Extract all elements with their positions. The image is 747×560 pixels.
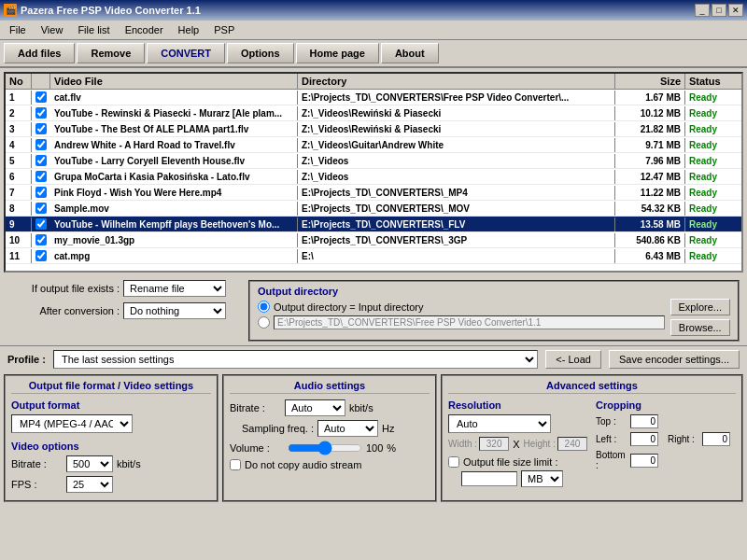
resolution-col: Resolution Auto Width : X Height : Outpu… — [448, 399, 588, 491]
convert-button[interactable]: CONVERT — [147, 43, 225, 63]
table-row[interactable]: 4 Andrew White - A Hard Road to Travel.f… — [6, 137, 741, 153]
table-row[interactable]: 11 cat.mpg E:\ 6.43 MB Ready — [6, 248, 741, 264]
table-row[interactable]: 6 Grupa MoCarta i Kasia Pakosińska - Lat… — [6, 169, 741, 185]
row-check[interactable] — [32, 91, 50, 103]
table-row[interactable]: 10 my_movie_01.3gp E:\Projects_TD\_CONVE… — [6, 232, 741, 248]
titlebar: 🎬 Pazera Free PSP Video Converter 1.1 _ … — [0, 0, 747, 21]
left-field: Left : — [596, 432, 664, 446]
audio-panel-title: Audio settings — [230, 380, 430, 394]
top-input[interactable] — [630, 414, 658, 428]
row-name: YouTube - Wilhelm Kempff plays Beethoven… — [50, 217, 298, 231]
row-check[interactable] — [32, 234, 50, 245]
remove-button[interactable]: Remove — [77, 43, 145, 63]
table-row[interactable]: 8 Sample.mov E:\Projects_TD\_CONVERTERS\… — [6, 201, 741, 217]
fps-select[interactable]: 25 — [66, 476, 113, 493]
table-row[interactable]: 1 cat.flv E:\Projects_TD\_CONVERTERS\Fre… — [6, 90, 741, 105]
left-input[interactable] — [630, 432, 658, 446]
bitrate-select[interactable]: 500 — [66, 455, 113, 472]
maximize-button[interactable]: □ — [712, 4, 726, 17]
col-header-name: Video File — [50, 74, 298, 89]
top-label: Top : — [596, 416, 628, 427]
output-format-select[interactable]: MP4 (MPEG-4 / AAC) — [11, 414, 133, 433]
row-check[interactable] — [32, 203, 50, 214]
video-panel-title: Output file format / Video settings — [11, 380, 211, 394]
options-button[interactable]: Options — [227, 43, 294, 63]
row-check[interactable] — [32, 250, 50, 261]
about-button[interactable]: About — [381, 43, 439, 63]
radio-input-dir-input[interactable] — [258, 301, 270, 313]
add-files-button[interactable]: Add files — [4, 43, 75, 63]
row-check[interactable] — [32, 187, 50, 198]
row-dir: Z:\_Videos\Rewiński & Piasecki — [298, 106, 615, 120]
mb-select[interactable]: MB — [521, 470, 563, 487]
radio-input-dir[interactable]: Output directory = Input directory — [258, 301, 665, 313]
menu-file[interactable]: File — [4, 22, 32, 37]
width-input[interactable] — [479, 437, 509, 451]
menu-view[interactable]: View — [35, 22, 69, 37]
menu-psp[interactable]: PSP — [208, 22, 240, 37]
file-limit-checkbox[interactable] — [448, 456, 459, 468]
profile-select[interactable]: The last session settings — [53, 350, 538, 369]
profile-label: Profile : — [7, 354, 46, 365]
table-row[interactable]: 5 YouTube - Larry Coryell Eleventh House… — [6, 153, 741, 169]
table-row[interactable]: 3 YouTube - The Best Of ALE PLAMA part1.… — [6, 121, 741, 137]
row-status: Ready — [685, 154, 741, 168]
save-settings-button[interactable]: Save encoder settings... — [609, 350, 740, 369]
menu-help[interactable]: Help — [173, 22, 205, 37]
radio-custom-dir[interactable] — [258, 315, 665, 329]
row-size: 13.58 MB — [615, 217, 685, 231]
row-check[interactable] — [32, 107, 50, 119]
browse-button[interactable]: Browse... — [670, 319, 730, 336]
height-input[interactable] — [557, 437, 587, 451]
menu-encoder[interactable]: Encoder — [120, 22, 169, 37]
no-audio-label: Do not copy audio stream — [245, 459, 361, 470]
row-check[interactable] — [32, 155, 50, 166]
audio-panel: Audio settings Bitrate : Auto kbit/s Sam… — [222, 374, 437, 502]
volume-slider[interactable] — [288, 441, 362, 455]
menu-filelist[interactable]: File list — [72, 22, 115, 37]
minimize-button[interactable]: _ — [695, 4, 710, 17]
row-dir: Z:\_Videos — [298, 154, 615, 168]
output-exists-select[interactable]: Rename file Overwrite Skip — [123, 280, 226, 297]
load-button[interactable]: <- Load — [545, 350, 601, 369]
table-row[interactable]: 9 YouTube - Wilhelm Kempff plays Beethov… — [6, 217, 741, 232]
no-audio-checkbox[interactable] — [230, 459, 241, 470]
homepage-button[interactable]: Home page — [296, 43, 379, 63]
row-name: YouTube - Rewinski & Piasecki - Murarz [… — [50, 106, 298, 120]
audio-bitrate-select[interactable]: Auto — [285, 399, 345, 416]
row-no: 10 — [6, 233, 32, 247]
resolution-select[interactable]: Auto — [448, 414, 551, 433]
row-no: 5 — [6, 154, 32, 168]
col-header-size: Size — [615, 74, 685, 89]
after-conversion-select[interactable]: Do nothing Open output folder Shutdown P… — [123, 302, 226, 319]
explore-button[interactable]: Explore... — [670, 299, 730, 315]
row-check[interactable] — [32, 218, 50, 230]
radio-custom-dir-input[interactable] — [258, 316, 270, 329]
menubar: File View File list Encoder Help PSP — [0, 21, 747, 40]
table-row[interactable]: 2 YouTube - Rewinski & Piasecki - Murarz… — [6, 105, 741, 121]
row-check[interactable] — [32, 139, 50, 150]
right-input[interactable] — [702, 432, 730, 446]
row-dir: E:\Projects_TD\_CONVERTERS\_3GP — [298, 233, 615, 247]
close-button[interactable]: ✕ — [728, 4, 743, 17]
row-no: 8 — [6, 202, 32, 216]
bottom-input[interactable] — [630, 454, 658, 468]
row-size: 11.22 MB — [615, 186, 685, 200]
sampling-select[interactable]: Auto — [317, 420, 378, 437]
row-size: 10.12 MB — [615, 106, 685, 120]
row-check[interactable] — [32, 123, 50, 134]
limit-input[interactable] — [461, 471, 517, 486]
output-dir-box: Output directory Output directory = Inpu… — [248, 280, 740, 342]
table-row[interactable]: 7 Pink Floyd - Wish You Were Here.mp4 E:… — [6, 185, 741, 201]
filelist-body[interactable]: 1 cat.flv E:\Projects_TD\_CONVERTERS\Fre… — [6, 90, 741, 265]
row-name: YouTube - The Best Of ALE PLAMA part1.fl… — [50, 122, 298, 136]
row-check[interactable] — [32, 171, 50, 182]
row-no: 2 — [6, 106, 32, 120]
titlebar-controls[interactable]: _ □ ✕ — [695, 4, 743, 17]
table-row[interactable]: 12 Praca000.3gp E:\ 169.25 KB Ready — [6, 264, 741, 265]
row-status: Ready — [685, 91, 741, 105]
custom-dir-input[interactable] — [274, 315, 665, 329]
titlebar-left: 🎬 Pazera Free PSP Video Converter 1.1 — [4, 4, 201, 17]
advanced-panel: Advanced settings Resolution Auto Width … — [441, 374, 743, 502]
no-audio-row[interactable]: Do not copy audio stream — [230, 459, 430, 470]
